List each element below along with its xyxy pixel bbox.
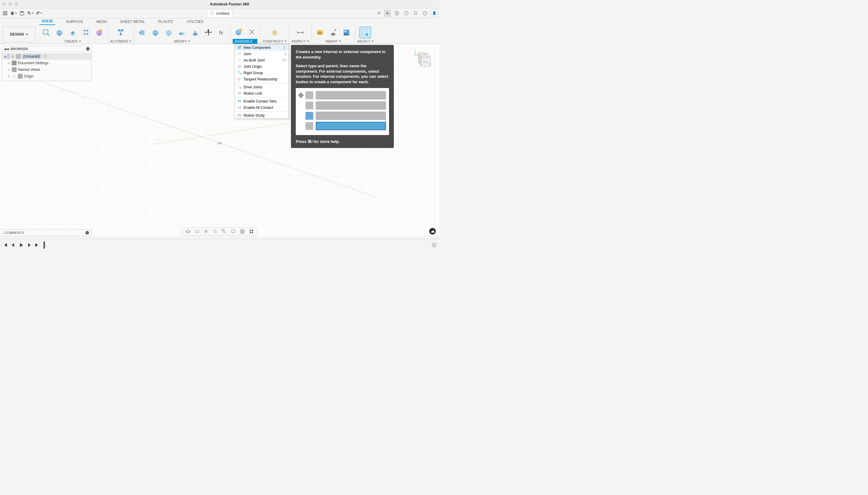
job-status-icon[interactable] [403, 10, 409, 16]
minimize-window[interactable] [9, 2, 12, 6]
browser-header[interactable]: ◀◀ BROWSER [2, 46, 92, 52]
measure-icon[interactable] [295, 27, 306, 38]
create-group-label[interactable]: CREATE [65, 39, 81, 44]
extensions-icon[interactable] [394, 10, 400, 16]
zoom-icon[interactable] [212, 228, 218, 235]
save-icon[interactable] [19, 10, 26, 17]
select-group-label[interactable]: SELECT [357, 39, 373, 44]
menu-new-component[interactable]: New Component ⋮ [235, 44, 289, 51]
create-form-icon[interactable] [54, 27, 65, 38]
menu-joint[interactable]: Joint J [235, 51, 289, 57]
comments-panel[interactable]: COMMENTS [2, 229, 92, 236]
workspace-switcher[interactable]: DESIGN [2, 27, 36, 42]
menu-as-built-joint[interactable]: As-Built Joint ⇧J [235, 57, 289, 63]
expand-icon[interactable]: ▷ [7, 62, 11, 65]
revolve-icon[interactable] [80, 27, 92, 38]
collapse-arrow-icon[interactable]: ◀◀ [4, 47, 9, 51]
grid-settings-icon[interactable] [239, 228, 246, 235]
timeline-step-forward-icon[interactable] [26, 242, 32, 248]
window-controls[interactable] [2, 2, 18, 6]
automate-icon[interactable] [115, 27, 127, 38]
tree-root[interactable]: ◢ (Unsaved) [2, 53, 92, 60]
insert-derive-icon[interactable] [327, 27, 339, 38]
close-tab-icon[interactable]: ✕ [376, 11, 381, 16]
fillet-icon[interactable] [150, 27, 161, 38]
browser-options-icon[interactable] [86, 47, 89, 51]
menu-enable-contact-sets[interactable]: Enable Contact Sets [235, 98, 289, 104]
shell-icon[interactable] [163, 27, 175, 38]
view-cube[interactable]: TOP FRONT RIGHT Z [412, 48, 433, 69]
expand-icon[interactable]: ▷ [7, 75, 11, 78]
align-icon[interactable] [190, 27, 201, 38]
timeline-step-back-icon[interactable] [10, 242, 16, 248]
zoom-window-icon[interactable] [221, 228, 228, 235]
data-panel-icon[interactable] [2, 10, 9, 17]
notifications-icon[interactable] [412, 10, 419, 16]
tab-plastic[interactable]: PLASTIC [156, 18, 176, 25]
inspect-group-label[interactable]: INSPECT [292, 39, 309, 44]
joint-icon[interactable] [246, 26, 258, 38]
menu-more-icon[interactable]: ⋮ [282, 46, 286, 50]
automate-group-label[interactable]: AUTOMATE [110, 39, 131, 44]
tab-utilities[interactable]: UTILITIES [184, 18, 206, 25]
tab-sheet-metal[interactable]: SHEET METAL [118, 18, 147, 25]
insert-canvas-icon[interactable] [341, 27, 352, 38]
menu-rigid-group[interactable]: Rigid Group [235, 70, 289, 76]
help-icon[interactable]: ? [422, 10, 428, 16]
press-pull-icon[interactable] [136, 27, 148, 38]
visibility-icon[interactable] [10, 54, 15, 59]
root-label[interactable]: (Unsaved) [22, 54, 41, 59]
menu-motion-study[interactable]: Motion Study [235, 112, 289, 118]
svg-text:SVG: SVG [317, 32, 322, 34]
viewport-icon[interactable] [248, 228, 255, 235]
tab-solid[interactable]: SOLID [39, 18, 55, 25]
parameters-icon[interactable]: fx [216, 27, 228, 38]
assemble-group-label[interactable]: ASSEMBLE [233, 39, 257, 44]
new-component-icon[interactable] [233, 26, 244, 38]
combine-icon[interactable] [176, 27, 188, 38]
move-icon[interactable] [203, 27, 214, 38]
construct-plane-icon[interactable] [269, 27, 280, 38]
file-tab[interactable]: Untitled [207, 10, 233, 17]
timeline-start-icon[interactable] [2, 242, 9, 248]
visibility-icon[interactable] [12, 74, 17, 79]
file-menu-icon[interactable] [10, 10, 17, 17]
user-avatar[interactable]: 👤 [431, 10, 438, 17]
menu-motion-link[interactable]: Motion Link [235, 90, 289, 97]
timeline-settings-icon[interactable] [431, 242, 437, 248]
menu-drive-joints[interactable]: Drive Joints [235, 84, 289, 90]
offline-status-icon[interactable] [429, 228, 436, 235]
undo-icon[interactable] [27, 10, 34, 17]
modify-group-label[interactable]: MODIFY [174, 39, 190, 44]
construct-group-label[interactable]: CONSTRUCT [263, 39, 286, 44]
extrude-icon[interactable] [67, 27, 79, 38]
new-tab-button[interactable]: + [384, 10, 391, 17]
menu-joint-origin[interactable]: Joint Origin [235, 63, 289, 70]
timeline-play-icon[interactable] [18, 242, 24, 248]
timeline-marker[interactable] [44, 241, 45, 249]
close-window[interactable] [2, 2, 6, 6]
insert-group-label[interactable]: INSERT [326, 39, 341, 44]
tree-item-origin[interactable]: ▷ Origin [2, 73, 92, 80]
menu-tangent-relationship[interactable]: Tangent Relationship [235, 76, 289, 82]
timeline-end-icon[interactable] [34, 242, 40, 248]
maximize-window[interactable] [15, 2, 18, 6]
emboss-icon[interactable] [94, 27, 105, 38]
display-settings-icon[interactable] [230, 228, 236, 235]
redo-icon[interactable] [36, 10, 42, 17]
orbit-icon[interactable] [185, 228, 191, 235]
pan-icon[interactable] [203, 228, 210, 235]
look-at-icon[interactable] [194, 228, 200, 235]
create-sketch-icon[interactable] [40, 27, 52, 38]
expand-icon[interactable]: ▷ [7, 68, 11, 71]
select-icon[interactable] [359, 27, 371, 38]
comments-expand-icon[interactable] [85, 231, 89, 235]
tree-item-document-settings[interactable]: ▷ Document Settings [2, 60, 92, 66]
tab-surface[interactable]: SURFACE [64, 18, 86, 25]
activate-radio[interactable] [44, 55, 47, 58]
tree-item-named-views[interactable]: ▷ Named Views [2, 66, 92, 73]
expand-icon[interactable]: ◢ [3, 55, 6, 58]
tab-mesh[interactable]: MESH [94, 18, 109, 25]
insert-svg-icon[interactable]: SVG [314, 27, 326, 38]
menu-enable-all-contact[interactable]: Enable All Contact [235, 104, 289, 110]
